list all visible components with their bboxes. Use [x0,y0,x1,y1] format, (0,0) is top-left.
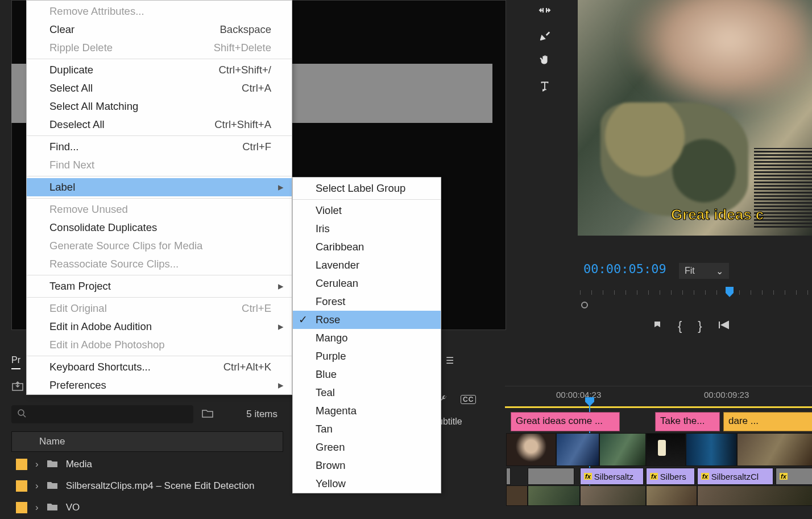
label-color-yellow[interactable]: Yellow [293,475,441,493]
chevron-down-icon: ⌄ [716,266,723,277]
video-clip-thumb[interactable] [599,433,646,466]
label-color-cerulean[interactable]: Cerulean [293,274,441,293]
transport-controls: { } [653,319,730,333]
program-monitor [578,0,812,236]
label-color-purple[interactable]: Purple [293,347,441,365]
label-color-violet[interactable]: Violet [293,201,441,220]
menu-remove-unused[interactable]: Remove Unused [27,200,292,219]
go-to-in-icon[interactable] [718,320,730,332]
menu-label[interactable]: Label▸ [27,178,292,196]
menu-consolidate-duplicates[interactable]: Consolidate Duplicates [27,219,292,237]
expand-chevron-icon[interactable]: › [35,459,39,470]
program-timecode[interactable]: 00:00:05:09 [583,262,666,276]
menu-clear[interactable]: ClearBackspace [27,20,292,39]
label-color-rose[interactable]: ✓Rose [293,311,441,329]
hand-tool-icon[interactable] [537,52,553,68]
timeline-ruler[interactable]: 00:00:04:23 00:00:09:23 [505,386,812,405]
label-color-name: Lavender [316,259,359,271]
label-color-blue[interactable]: Blue [293,365,441,384]
panel-menu-icon[interactable]: ☰ [446,355,454,366]
submenu-select-label-group[interactable]: Select Label Group [293,179,441,197]
label-color-caribbean[interactable]: Caribbean [293,238,441,256]
search-icon [17,409,26,420]
menu-deselect-all[interactable]: Deselect AllCtrl+Shift+A [27,116,292,134]
bin-row[interactable]: › VO [11,497,283,518]
captions-icon[interactable]: CC [461,395,476,404]
expand-chevron-icon[interactable]: › [35,502,39,513]
menu-separator [27,176,292,176]
expand-chevron-icon[interactable]: › [35,480,39,492]
video-clip-thumb[interactable] [580,485,646,506]
label-color-name: Violet [316,204,342,217]
video-clip[interactable]: fx [776,468,812,485]
video-clip[interactable]: fxSilbers [646,468,695,485]
video-clip-thumb[interactable] [737,433,812,466]
item-count-label: 5 items [246,409,277,420]
menu-generate-source-clips[interactable]: Generate Source Clips for Media [27,237,292,255]
in-bracket-icon[interactable]: { [678,319,682,333]
label-color-green[interactable]: Green [293,438,441,456]
labeled-video-track: fxSilbersaltzfxSilbersfxSilbersaltzClfx [506,468,812,485]
zoom-fit-label: Fit [685,266,695,276]
tool-strip: ▸ [529,0,561,93]
video-clip-thumb[interactable] [556,433,599,466]
marker-icon[interactable] [653,320,662,332]
label-color-mango[interactable]: Mango [293,329,441,347]
menu-remove-attributes[interactable]: Remove Attributes... [27,2,292,20]
video-clip-thumb[interactable] [697,485,812,506]
menu-select-all[interactable]: Select AllCtrl+A [27,79,292,97]
pen-tool-icon[interactable] [537,27,553,43]
label-color-magenta[interactable]: Magenta [293,402,441,420]
menu-find[interactable]: Find...Ctrl+F [27,138,292,156]
menu-preferences[interactable]: Preferences▸ [27,376,292,394]
label-color-name: Tan [316,423,333,435]
menu-team-project[interactable]: Team Project▸ [27,277,292,295]
menu-edit-in-photoshop[interactable]: Edit in Adobe Photoshop [27,336,292,354]
program-scrub-marker[interactable] [726,287,734,297]
menu-select-all-matching[interactable]: Select All Matching [27,97,292,116]
work-area-bar[interactable] [505,406,812,408]
menu-reassociate-source-clips[interactable]: Reassociate Source Clips... [27,255,292,273]
timeline-panel: ☰ CC ubtitle 00:00:04:23 00:00:09:23 Gre… [438,349,812,519]
chevron-right-icon: ▸ [278,181,284,193]
project-name-header[interactable]: Name [11,431,283,452]
video-clip[interactable] [528,468,574,485]
label-color-tan[interactable]: Tan [293,420,441,438]
menu-find-next[interactable]: Find Next [27,156,292,174]
program-scrub-bar[interactable] [580,290,812,295]
video-clip-thumb[interactable] [528,485,580,506]
video-clip-thumb[interactable] [646,433,686,466]
menu-edit-in-audition[interactable]: Edit in Adobe Audition▸ [27,318,292,336]
new-bin-icon[interactable] [201,408,214,421]
label-color-iris[interactable]: Iris [293,220,441,238]
label-color-teal[interactable]: Teal [293,384,441,402]
ripple-edit-tool-icon[interactable] [537,2,553,18]
import-icon[interactable] [11,381,24,394]
subtitle-clip[interactable]: dare ... [723,412,812,431]
menu-edit-original[interactable]: Edit OriginalCtrl+E [27,299,292,318]
folder-icon [47,502,58,514]
project-search-input[interactable] [11,405,193,423]
label-color-forest[interactable]: Forest [293,293,441,311]
menu-ripple-delete[interactable]: Ripple DeleteShift+Delete [27,39,292,57]
ruler-tick: 00:00:04:23 [556,390,601,399]
menu-duplicate[interactable]: DuplicateCtrl+Shift+/ [27,61,292,79]
video-clip[interactable] [506,468,511,485]
menu-keyboard-shortcuts[interactable]: Keyboard Shortcuts...Ctrl+Alt+K [27,358,292,376]
label-color-lavender[interactable]: Lavender [293,256,441,274]
video-clip[interactable]: fxSilbersaltz [580,468,644,485]
project-tab[interactable]: Pr [11,355,20,369]
subtitle-clip[interactable]: Great ideas come ... [511,412,620,431]
label-color-brown[interactable]: Brown [293,456,441,475]
bin-row[interactable]: › SilbersaltzClips.mp4 – Scene Edit Dete… [11,476,283,496]
video-clip[interactable]: fxSilbersaltzCl [697,468,773,485]
video-clip-thumb[interactable] [506,485,528,506]
type-tool-icon[interactable]: ▸ [537,77,553,93]
video-clip-thumb[interactable] [506,433,556,466]
video-clip-thumb[interactable] [646,485,697,506]
out-bracket-icon[interactable]: } [698,319,702,333]
subtitle-clip[interactable]: Take the... [655,412,720,431]
video-clip-thumb[interactable] [686,433,737,466]
zoom-fit-dropdown[interactable]: Fit ⌄ [679,263,729,279]
bin-row[interactable]: › Media [11,454,283,475]
